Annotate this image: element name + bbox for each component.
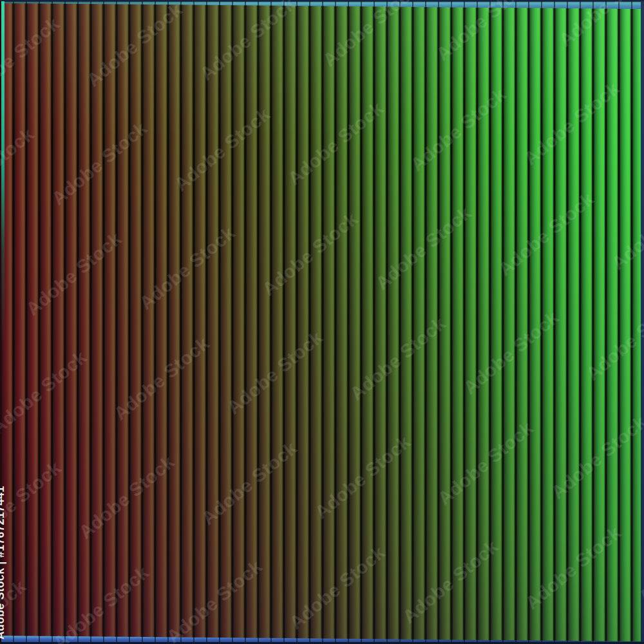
frame-top-line <box>0 0 644 1</box>
watermark-id-label: Adobe Stock | #1767217441 <box>0 486 7 639</box>
right-edge-strip <box>641 0 644 644</box>
stripe-bars-layer <box>0 0 644 644</box>
stock-image-canvas: Adobe StockAdobe StockAdobe StockAdobe S… <box>0 0 644 644</box>
